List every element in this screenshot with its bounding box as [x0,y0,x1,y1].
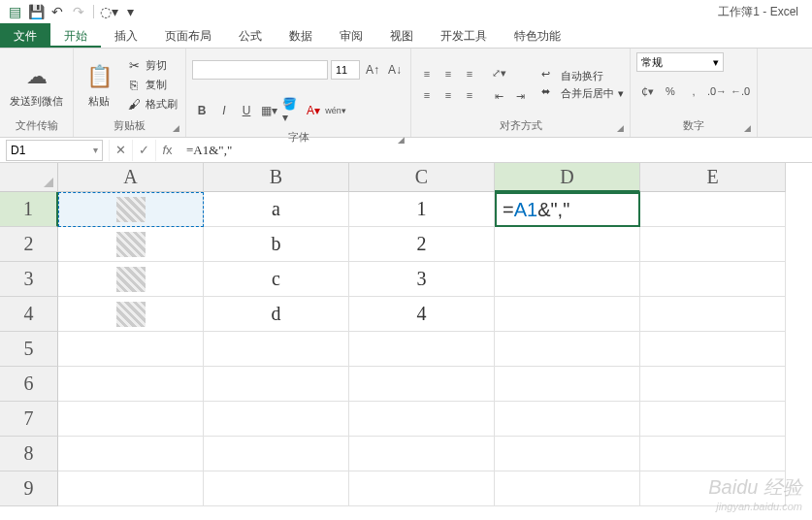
row-header[interactable]: 2 [0,227,58,262]
row-header[interactable]: 7 [0,402,58,437]
row-header[interactable]: 4 [0,297,58,332]
tab-data[interactable]: 数据 [276,23,326,48]
cell[interactable] [204,471,349,506]
cell[interactable] [204,367,349,402]
wrap-text-button[interactable]: ↩自动换行 [541,68,624,83]
tab-page-layout[interactable]: 页面布局 [151,23,225,48]
column-header[interactable]: C [349,163,495,192]
cell[interactable] [58,367,204,402]
phonetic-button[interactable]: wén▾ [326,101,345,120]
cell[interactable] [495,227,640,262]
font-color-button[interactable]: A▾ [304,101,323,120]
row-header[interactable]: 9 [0,471,58,506]
cut-button[interactable]: ✂剪切 [124,56,179,74]
alignment-launcher-icon[interactable]: ◢ [617,123,624,133]
cell[interactable]: a [204,192,349,227]
font-size-input[interactable] [331,60,360,80]
clipboard-launcher-icon[interactable]: ◢ [173,123,179,133]
cell[interactable] [640,332,786,367]
column-header[interactable]: D [495,163,640,192]
cell[interactable] [58,437,204,471]
cell[interactable] [640,192,786,227]
align-bottom-icon[interactable]: ≡ [460,64,479,83]
row-header[interactable]: 8 [0,437,58,471]
confirm-edit-icon[interactable]: ✓ [132,140,155,161]
cell[interactable] [640,227,786,262]
cell[interactable] [349,367,495,402]
tab-developer[interactable]: 开发工具 [427,23,501,48]
cell[interactable] [495,297,640,332]
row-header[interactable]: 1 [0,192,58,227]
cell[interactable] [495,332,640,367]
underline-button[interactable]: U [237,101,256,120]
undo-icon[interactable]: ↶ [49,3,66,20]
cell[interactable] [640,402,786,437]
cell[interactable] [349,332,495,367]
cell[interactable]: 4 [349,297,495,332]
cell[interactable] [204,402,349,437]
select-all-corner[interactable] [0,163,58,192]
fill-color-button[interactable]: 🪣▾ [281,101,301,120]
decrease-decimal-icon[interactable]: ←.0 [730,81,751,101]
tab-home[interactable]: 开始 [50,23,101,48]
font-name-input[interactable] [192,60,328,80]
align-center-icon[interactable]: ≡ [438,85,458,105]
format-painter-button[interactable]: 🖌格式刷 [124,95,179,113]
cell[interactable] [58,262,204,297]
row-header[interactable]: 3 [0,262,58,297]
cell[interactable] [204,437,349,471]
column-header[interactable]: B [204,163,349,192]
align-middle-icon[interactable]: ≡ [438,64,458,83]
number-launcher-icon[interactable]: ◢ [744,123,751,133]
cell[interactable] [640,297,786,332]
decrease-indent-icon[interactable]: ⇤ [489,86,508,106]
italic-button[interactable]: I [214,101,234,120]
cell[interactable] [349,471,495,506]
redo-icon[interactable]: ↷ [70,3,87,20]
cell[interactable] [58,227,204,262]
cell[interactable] [640,262,786,297]
cell[interactable] [58,297,204,332]
cell[interactable] [640,471,786,506]
cell[interactable] [58,332,204,367]
cell[interactable] [58,471,204,506]
save-icon[interactable]: 💾 [27,3,45,20]
column-header[interactable]: E [640,163,786,192]
tab-view[interactable]: 视图 [376,23,427,48]
tab-review[interactable]: 审阅 [326,23,376,48]
align-left-icon[interactable]: ≡ [417,85,437,105]
font-launcher-icon[interactable]: ◢ [398,135,405,145]
cell[interactable] [349,402,495,437]
send-to-wechat-button[interactable]: ☁ 发送到微信 [6,59,67,111]
currency-button[interactable]: ₵▾ [636,81,658,101]
insert-function-icon[interactable]: fx [155,140,179,161]
cancel-edit-icon[interactable]: ✕ [109,140,132,161]
name-box[interactable]: D1▾ [6,140,103,161]
comma-button[interactable]: , [683,81,704,101]
tab-insert[interactable]: 插入 [101,23,151,48]
tab-special[interactable]: 特色功能 [501,23,574,48]
row-header[interactable]: 6 [0,367,58,402]
tab-formulas[interactable]: 公式 [225,23,276,48]
cell[interactable] [640,437,786,471]
decrease-font-icon[interactable]: A↓ [385,60,405,80]
cell[interactable] [640,367,786,402]
cell[interactable]: c [204,262,349,297]
cell[interactable] [58,192,204,227]
copy-button[interactable]: ⎘复制 [124,76,179,93]
number-format-select[interactable]: 常规▾ [636,52,724,72]
cell[interactable] [495,402,640,437]
cell[interactable]: d [204,297,349,332]
cell[interactable]: 3 [349,262,495,297]
cell[interactable] [495,367,640,402]
cell-editing[interactable]: =A1&"," [495,192,640,227]
cell[interactable] [495,262,640,297]
cell[interactable] [58,402,204,437]
touch-mode-icon[interactable]: ◌▾ [100,3,117,20]
cell[interactable] [349,437,495,471]
align-top-icon[interactable]: ≡ [417,64,437,83]
column-header[interactable]: A [58,163,204,192]
orientation-icon[interactable]: ⤢▾ [489,63,508,82]
bold-button[interactable]: B [192,101,211,120]
paste-button[interactable]: 📋 粘贴 [80,59,118,111]
